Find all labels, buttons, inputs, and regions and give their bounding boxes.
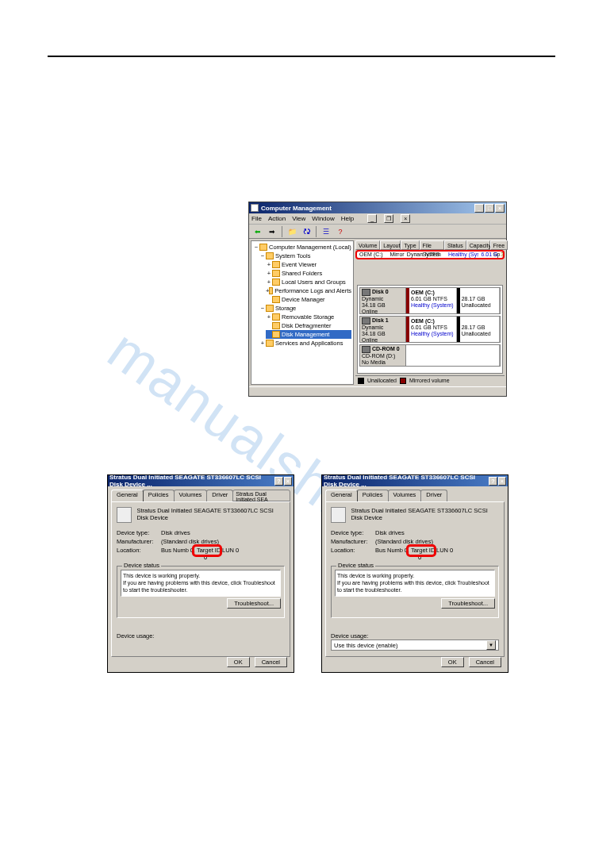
tree-disk-management[interactable]: Disk Management xyxy=(266,330,351,339)
swatch-unallocated xyxy=(358,378,364,384)
troubleshoot-button[interactable]: Troubleshoot... xyxy=(441,598,495,609)
app-icon xyxy=(251,204,259,212)
tab-policies[interactable]: Policies xyxy=(357,490,389,501)
dialog-title: Stratus Dual Initiated SEAGATE ST336607L… xyxy=(324,474,488,488)
menu-action[interactable]: Action xyxy=(268,215,286,222)
tab-panel-general: Stratus Dual Initiated SEAGATE ST336607L… xyxy=(325,501,505,657)
menu-window[interactable]: Window xyxy=(312,215,334,222)
inner-restore-button[interactable]: ❐ xyxy=(384,214,393,223)
tab-strip: General Policies Volumes Driver xyxy=(325,490,505,501)
inner-minimize-button[interactable]: _ xyxy=(367,214,377,223)
properties-icon[interactable]: ☰ xyxy=(320,226,332,237)
tab-volumes[interactable]: Volumes xyxy=(174,490,208,501)
col-type[interactable]: Type xyxy=(401,240,419,250)
forward-icon[interactable]: ➡ xyxy=(266,226,278,237)
device-name: Stratus Dual Initiated SEAGATE ST336607L… xyxy=(351,507,499,523)
menu-file[interactable]: File xyxy=(251,215,262,222)
label-location: Location: xyxy=(117,547,161,561)
value-location-post: LUN 0 xyxy=(436,547,453,561)
inner-close-button[interactable]: × xyxy=(401,214,410,223)
device-status-group: Device status This device is working pro… xyxy=(117,566,285,618)
tab-general[interactable]: General xyxy=(325,490,358,501)
refresh-icon[interactable]: 🗘 xyxy=(300,226,313,237)
disk-0-label: Disk 0 Dynamic 34.18 GB Online xyxy=(360,288,406,313)
computer-management-window: Computer Management _ □ × File Action Vi… xyxy=(248,202,507,397)
tree-device-manager[interactable]: Device Manager xyxy=(266,295,351,304)
toolbar: ⬅ ➡ 📁 🗘 ☰ ? xyxy=(249,225,506,239)
legend-bar: Unallocated Mirrored volume xyxy=(355,375,505,385)
menu-bar: File Action View Window Help _ ❐ × xyxy=(249,213,506,225)
tab-panel-general: Stratus Dual Initiated SEAGATE ST336607L… xyxy=(111,501,290,657)
cancel-button[interactable]: Cancel xyxy=(255,657,287,667)
disk-1-row[interactable]: Disk 1 Dynamic 34.18 GB Online OEM (C:) … xyxy=(359,316,501,343)
troubleshoot-button[interactable]: Troubleshoot... xyxy=(227,598,281,609)
label-device-usage: Device usage: xyxy=(331,632,499,639)
tab-driver[interactable]: Driver xyxy=(420,490,447,501)
close-button[interactable]: × xyxy=(284,477,292,486)
swatch-mirrored xyxy=(400,378,406,384)
ok-button[interactable]: OK xyxy=(227,657,250,667)
tree-storage[interactable]: −Storage xyxy=(259,304,351,313)
col-status[interactable]: Status xyxy=(444,240,466,250)
nav-tree[interactable]: −Computer Management (Local) −System Too… xyxy=(251,240,354,385)
tree-event-viewer[interactable]: +Event Viewer xyxy=(266,260,351,269)
device-usage-combo[interactable]: Use this device (enable) ▼ xyxy=(331,639,499,651)
cdrom-row[interactable]: CD-ROM 0 CD-ROM (D:) No Media xyxy=(359,344,501,367)
close-button[interactable]: × xyxy=(498,477,506,486)
maximize-button[interactable]: □ xyxy=(485,204,494,213)
cdrom-icon xyxy=(362,346,370,353)
tab-overflow[interactable]: Stratus Dual Initiated SEA xyxy=(232,490,290,501)
tree-services[interactable]: +Services and Applications xyxy=(259,339,351,348)
tab-policies[interactable]: Policies xyxy=(143,490,175,501)
label-device-type: Device type: xyxy=(117,529,161,536)
tree-root[interactable]: −Computer Management (Local) xyxy=(253,243,351,252)
col-volume[interactable]: Volume xyxy=(355,240,380,250)
up-icon[interactable]: 📁 xyxy=(286,226,298,237)
device-name: Stratus Dual Initiated SEAGATE ST336607L… xyxy=(136,507,285,523)
label-location: Location: xyxy=(331,547,375,561)
disk1-unallocated[interactable]: 28.17 GB Unallocated xyxy=(457,317,500,342)
col-layout[interactable]: Layout xyxy=(380,240,401,250)
titlebar[interactable]: Stratus Dual Initiated SEAGATE ST336607L… xyxy=(322,475,508,486)
tree-system-tools[interactable]: −System Tools xyxy=(259,252,351,260)
disk-graphic-area: Disk 0 Dynamic 34.18 GB Online OEM (C:) … xyxy=(357,285,503,374)
ok-button[interactable]: OK xyxy=(441,657,464,667)
cdrom-label: CD-ROM 0 CD-ROM (D:) No Media xyxy=(360,345,406,366)
value-location-pre: Bus Numb xyxy=(161,547,189,561)
titlebar[interactable]: Computer Management _ □ × xyxy=(249,202,506,213)
titlebar[interactable]: Stratus Dual Initiated SEAGATE ST336607L… xyxy=(108,475,294,486)
tab-driver[interactable]: Driver xyxy=(206,490,233,501)
tree-local-users[interactable]: +Local Users and Groups xyxy=(266,278,351,286)
col-capacity[interactable]: Capacity xyxy=(466,240,490,250)
tab-general[interactable]: General xyxy=(111,490,144,501)
volume-row-oem[interactable]: OEM (C:) Mirror Dynamic NTFS Healthy (Sy… xyxy=(355,250,505,259)
disk1-partition-oem[interactable]: OEM (C:) 6.01 GB NTFS Healthy (System) xyxy=(406,317,457,342)
disk-0-row[interactable]: Disk 0 Dynamic 34.18 GB Online OEM (C:) … xyxy=(359,287,501,314)
tree-perf-logs[interactable]: +Performance Logs and Alerts xyxy=(266,286,351,295)
close-button[interactable]: × xyxy=(495,204,505,213)
back-icon[interactable]: ⬅ xyxy=(251,226,264,237)
value-location-pre: Bus Numb xyxy=(375,547,403,561)
tab-volumes[interactable]: Volumes xyxy=(388,490,422,501)
cancel-button[interactable]: Cancel xyxy=(469,657,501,667)
tree-shared-folders[interactable]: +Shared Folders xyxy=(266,269,351,278)
disk0-unallocated[interactable]: 28.17 GB Unallocated xyxy=(457,288,500,313)
help-button[interactable]: ? xyxy=(489,477,497,486)
menu-help[interactable]: Help xyxy=(341,215,354,222)
device-usage-value: Use this device (enable) xyxy=(334,642,397,649)
tree-defrag[interactable]: Disk Defragmenter xyxy=(266,321,351,330)
tree-removable[interactable]: +Removable Storage xyxy=(266,313,351,321)
col-fs[interactable]: File System xyxy=(420,240,444,250)
disk-properties-dialog-left: Stratus Dual Initiated SEAGATE ST336607L… xyxy=(107,474,294,673)
disk0-partition-oem[interactable]: OEM (C:) 6.01 GB NTFS Healthy (System) xyxy=(406,288,457,313)
minimize-button[interactable]: _ xyxy=(474,204,484,213)
disk-properties-dialog-right: Stratus Dual Initiated SEAGATE ST336607L… xyxy=(321,474,508,673)
highlight-target-id xyxy=(192,544,222,557)
menu-view[interactable]: View xyxy=(292,215,305,222)
help-button[interactable]: ? xyxy=(274,477,282,486)
label-device-type: Device type: xyxy=(331,529,375,536)
col-free[interactable]: Free Sp xyxy=(490,240,508,250)
value-location-post: LUN 0 xyxy=(222,547,239,561)
chevron-down-icon[interactable]: ▼ xyxy=(486,640,496,650)
help-icon[interactable]: ? xyxy=(334,226,347,237)
